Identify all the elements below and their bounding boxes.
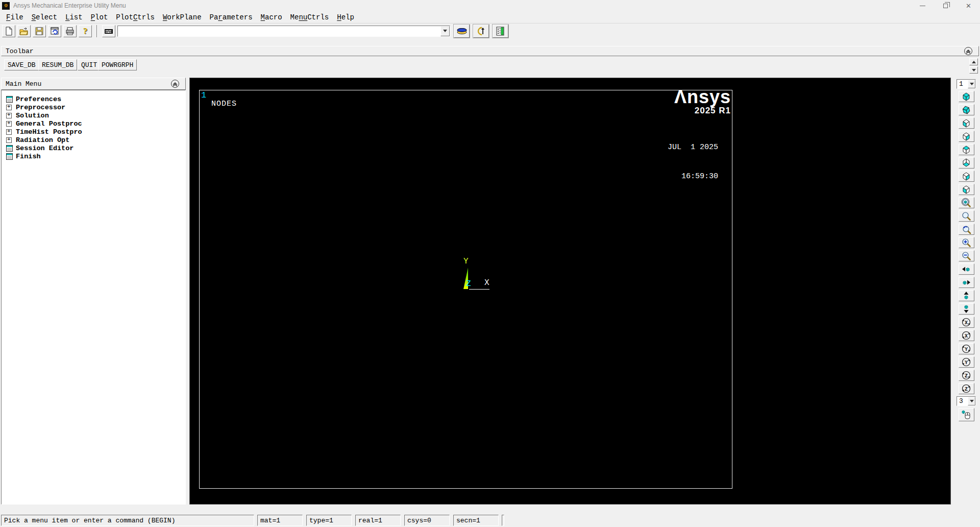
raise-hidden-icon	[456, 26, 468, 36]
menu-item-session-editor[interactable]: Session Editor	[2, 144, 185, 152]
close-button[interactable]: ✕	[957, 0, 980, 11]
spinner-down-button[interactable]	[969, 66, 978, 74]
view-top-button[interactable]	[959, 144, 974, 155]
pan-right-button[interactable]	[959, 277, 974, 288]
chevron-up-icon	[972, 61, 976, 63]
zoom-in-button[interactable]	[959, 237, 974, 248]
view-left-button[interactable]	[959, 184, 974, 195]
pan-left-button[interactable]	[959, 264, 974, 275]
pan-up-button[interactable]	[959, 290, 974, 301]
rotate-plus-y-button[interactable]: Y	[959, 343, 974, 354]
utility-toolbar: ?	[0, 23, 980, 38]
magnifier-icon	[961, 211, 971, 221]
zoom-in-icon	[961, 237, 971, 248]
reset-picking-button[interactable]	[473, 25, 489, 38]
rotate-plus-z-icon: Z	[961, 370, 971, 380]
back-up-magnifier-icon	[961, 224, 971, 234]
menu-item-radiation-opt[interactable]: Radiation Opt	[2, 136, 185, 144]
rotate-minus-x-button[interactable]: X	[959, 330, 974, 341]
pan-up-icon	[961, 291, 971, 301]
menu-macro[interactable]: Macro	[257, 13, 286, 22]
new-file-button[interactable]	[2, 25, 15, 37]
ansys-toolbar: SAVE_DB RESUM_DB QUIT POWRGRPH	[0, 57, 980, 77]
ansys-logo: Λnsys 2025 R1	[674, 87, 731, 116]
rotation-rate-combo[interactable]: 3	[957, 396, 976, 406]
view-toolbar: 1 X X Y Y Z Z 3	[952, 78, 980, 505]
plot-time: 16:59:30	[668, 172, 718, 181]
zoom-back-button[interactable]	[959, 224, 974, 235]
main-menu-collapse-button[interactable]	[169, 80, 181, 88]
replot-button[interactable]	[48, 25, 61, 37]
save-button[interactable]	[33, 25, 46, 37]
rotate-minus-y-button[interactable]: Y	[959, 356, 974, 368]
zoom-fit-button[interactable]	[959, 197, 974, 208]
print-icon	[65, 27, 75, 36]
view-oblique-button[interactable]	[959, 104, 974, 115]
menu-plotctrls[interactable]: PlotCtrls	[112, 13, 159, 22]
expand-plus-icon[interactable]	[6, 113, 12, 118]
zoom-out-button[interactable]	[959, 250, 974, 261]
pan-down-button[interactable]	[959, 303, 974, 315]
rotate-plus-x-button[interactable]: X	[959, 317, 974, 328]
save-db-button[interactable]: SAVE_DB	[4, 59, 39, 70]
ansys-version: 2025 R1	[674, 106, 731, 116]
menu-select[interactable]: Select	[28, 13, 61, 22]
command-history-dropdown[interactable]	[440, 26, 450, 36]
chevron-down-icon[interactable]	[968, 397, 975, 405]
resum-db-button[interactable]: RESUM_DB	[38, 59, 77, 70]
view-isometric-button[interactable]	[959, 91, 974, 102]
powrgrph-button[interactable]: POWRGRPH	[98, 59, 137, 70]
view-bottom-button[interactable]	[959, 157, 974, 169]
chevron-down-icon	[443, 30, 447, 32]
keyboard-icon	[104, 27, 113, 36]
zoom-button[interactable]	[959, 210, 974, 222]
menu-item-timehist-postpro[interactable]: TimeHist Postpro	[2, 128, 185, 136]
keyboard-entry-button[interactable]	[102, 25, 115, 37]
quit-button[interactable]: QUIT	[78, 59, 101, 70]
toolbar-collapse-button[interactable]	[962, 47, 974, 55]
expand-plus-icon[interactable]	[6, 137, 12, 143]
dialog-icon	[6, 153, 13, 160]
expand-plus-icon[interactable]	[6, 105, 12, 110]
dynamic-model-mode-button[interactable]	[959, 408, 974, 421]
minimize-button[interactable]	[911, 0, 934, 11]
view-right-button[interactable]	[959, 171, 974, 182]
app-icon: ⚙	[2, 2, 10, 10]
menu-item-preferences[interactable]: Preferences	[2, 95, 185, 103]
menu-list[interactable]: List	[61, 13, 87, 22]
rotate-minus-z-button[interactable]: Z	[959, 383, 974, 394]
isometric-cube-icon	[961, 91, 971, 102]
menu-menuctrls[interactable]: MenuCtrls	[286, 13, 333, 22]
replot-icon	[50, 27, 59, 36]
contact-manager-button[interactable]	[493, 25, 508, 38]
menu-workplane[interactable]: WorkPlane	[159, 13, 206, 22]
main-menu-header: Main Menu	[1, 78, 186, 90]
view-front-button[interactable]	[959, 117, 974, 129]
view-back-button[interactable]	[959, 131, 974, 142]
triad-z-label: Z	[466, 279, 471, 289]
menu-item-general-postproc[interactable]: General Postproc	[2, 119, 185, 128]
menu-item-preprocessor[interactable]: Preprocessor	[2, 103, 185, 111]
menu-item-finish[interactable]: Finish	[2, 152, 185, 160]
menu-help[interactable]: Help	[333, 13, 358, 22]
graphics-window[interactable]: 1 NODES Λnsys 2025 R1 JUL 1 2025 16:59:3…	[189, 78, 951, 505]
collapse-icon	[170, 79, 180, 88]
expand-plus-icon[interactable]	[6, 129, 12, 135]
rotate-plus-z-button[interactable]: Z	[959, 370, 974, 381]
raise-hidden-button[interactable]	[454, 25, 470, 38]
open-file-button[interactable]	[17, 25, 31, 37]
expand-plus-icon[interactable]	[6, 121, 12, 127]
chevron-down-icon[interactable]	[968, 80, 975, 88]
menu-item-solution[interactable]: Solution	[2, 111, 185, 119]
menu-parameters[interactable]: Parameters	[206, 13, 257, 22]
svg-text:Z: Z	[965, 373, 968, 379]
command-input[interactable]	[118, 26, 440, 36]
restore-button[interactable]	[934, 0, 957, 11]
menu-plot[interactable]: Plot	[87, 13, 112, 22]
menu-file[interactable]: File	[2, 13, 28, 22]
print-button[interactable]	[63, 25, 77, 37]
window-number-combo[interactable]: 1	[957, 79, 976, 89]
rotate-minus-z-icon: Z	[961, 384, 971, 394]
spinner-up-button[interactable]	[969, 58, 978, 65]
help-button[interactable]: ?	[79, 25, 92, 37]
